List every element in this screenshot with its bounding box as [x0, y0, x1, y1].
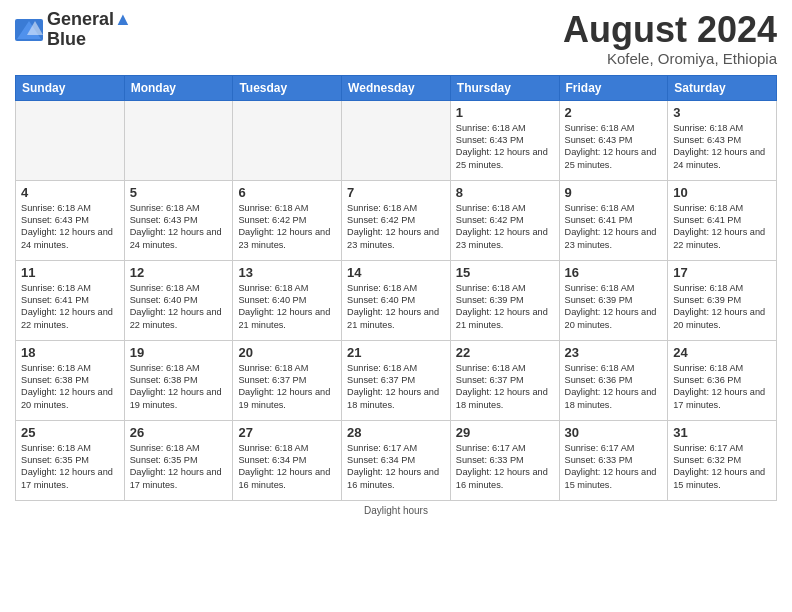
day-info: Sunrise: 6:18 AM Sunset: 6:34 PM Dayligh…	[238, 442, 336, 492]
weekday-header-cell: Wednesday	[342, 75, 451, 100]
day-info: Sunrise: 6:18 AM Sunset: 6:39 PM Dayligh…	[673, 282, 771, 332]
day-info: Sunrise: 6:18 AM Sunset: 6:43 PM Dayligh…	[21, 202, 119, 252]
weekday-header-cell: Tuesday	[233, 75, 342, 100]
calendar-cell: 28Sunrise: 6:17 AM Sunset: 6:34 PM Dayli…	[342, 420, 451, 500]
calendar-cell	[233, 100, 342, 180]
day-number: 1	[456, 105, 554, 120]
day-info: Sunrise: 6:17 AM Sunset: 6:33 PM Dayligh…	[456, 442, 554, 492]
day-number: 25	[21, 425, 119, 440]
day-number: 9	[565, 185, 663, 200]
calendar-cell	[124, 100, 233, 180]
week-row: 11Sunrise: 6:18 AM Sunset: 6:41 PM Dayli…	[16, 260, 777, 340]
day-info: Sunrise: 6:18 AM Sunset: 6:42 PM Dayligh…	[456, 202, 554, 252]
calendar-cell: 9Sunrise: 6:18 AM Sunset: 6:41 PM Daylig…	[559, 180, 668, 260]
calendar-cell: 31Sunrise: 6:17 AM Sunset: 6:32 PM Dayli…	[668, 420, 777, 500]
day-info: Sunrise: 6:17 AM Sunset: 6:34 PM Dayligh…	[347, 442, 445, 492]
day-number: 16	[565, 265, 663, 280]
calendar-cell: 22Sunrise: 6:18 AM Sunset: 6:37 PM Dayli…	[450, 340, 559, 420]
day-info: Sunrise: 6:18 AM Sunset: 6:38 PM Dayligh…	[130, 362, 228, 412]
day-info: Sunrise: 6:18 AM Sunset: 6:37 PM Dayligh…	[238, 362, 336, 412]
calendar-cell: 19Sunrise: 6:18 AM Sunset: 6:38 PM Dayli…	[124, 340, 233, 420]
day-info: Sunrise: 6:18 AM Sunset: 6:40 PM Dayligh…	[238, 282, 336, 332]
day-info: Sunrise: 6:18 AM Sunset: 6:40 PM Dayligh…	[130, 282, 228, 332]
calendar-cell: 5Sunrise: 6:18 AM Sunset: 6:43 PM Daylig…	[124, 180, 233, 260]
calendar-cell: 26Sunrise: 6:18 AM Sunset: 6:35 PM Dayli…	[124, 420, 233, 500]
calendar-cell: 10Sunrise: 6:18 AM Sunset: 6:41 PM Dayli…	[668, 180, 777, 260]
calendar-cell: 8Sunrise: 6:18 AM Sunset: 6:42 PM Daylig…	[450, 180, 559, 260]
day-number: 10	[673, 185, 771, 200]
calendar-cell: 13Sunrise: 6:18 AM Sunset: 6:40 PM Dayli…	[233, 260, 342, 340]
day-info: Sunrise: 6:18 AM Sunset: 6:35 PM Dayligh…	[130, 442, 228, 492]
footer: Daylight hours	[15, 505, 777, 516]
day-number: 18	[21, 345, 119, 360]
logo-text: General▲ Blue	[47, 10, 132, 50]
calendar-cell: 20Sunrise: 6:18 AM Sunset: 6:37 PM Dayli…	[233, 340, 342, 420]
calendar-cell: 2Sunrise: 6:18 AM Sunset: 6:43 PM Daylig…	[559, 100, 668, 180]
day-info: Sunrise: 6:17 AM Sunset: 6:33 PM Dayligh…	[565, 442, 663, 492]
week-row: 1Sunrise: 6:18 AM Sunset: 6:43 PM Daylig…	[16, 100, 777, 180]
weekday-header-cell: Thursday	[450, 75, 559, 100]
day-info: Sunrise: 6:18 AM Sunset: 6:41 PM Dayligh…	[565, 202, 663, 252]
day-info: Sunrise: 6:18 AM Sunset: 6:42 PM Dayligh…	[347, 202, 445, 252]
day-number: 17	[673, 265, 771, 280]
logo-line2: Blue	[47, 30, 132, 50]
weekday-header-cell: Friday	[559, 75, 668, 100]
logo-icon	[15, 19, 43, 41]
day-info: Sunrise: 6:18 AM Sunset: 6:40 PM Dayligh…	[347, 282, 445, 332]
logo-line1: General▲	[47, 10, 132, 30]
day-number: 29	[456, 425, 554, 440]
day-info: Sunrise: 6:18 AM Sunset: 6:41 PM Dayligh…	[673, 202, 771, 252]
calendar-cell: 23Sunrise: 6:18 AM Sunset: 6:36 PM Dayli…	[559, 340, 668, 420]
day-info: Sunrise: 6:18 AM Sunset: 6:43 PM Dayligh…	[673, 122, 771, 172]
day-number: 2	[565, 105, 663, 120]
day-number: 21	[347, 345, 445, 360]
calendar-cell: 18Sunrise: 6:18 AM Sunset: 6:38 PM Dayli…	[16, 340, 125, 420]
weekday-header-cell: Saturday	[668, 75, 777, 100]
day-number: 22	[456, 345, 554, 360]
day-number: 7	[347, 185, 445, 200]
calendar-cell: 7Sunrise: 6:18 AM Sunset: 6:42 PM Daylig…	[342, 180, 451, 260]
day-info: Sunrise: 6:18 AM Sunset: 6:39 PM Dayligh…	[565, 282, 663, 332]
daylight-label: Daylight hours	[364, 505, 428, 516]
calendar-cell: 3Sunrise: 6:18 AM Sunset: 6:43 PM Daylig…	[668, 100, 777, 180]
calendar-cell: 27Sunrise: 6:18 AM Sunset: 6:34 PM Dayli…	[233, 420, 342, 500]
title-block: August 2024 Kofele, Oromiya, Ethiopia	[563, 10, 777, 67]
calendar-cell: 29Sunrise: 6:17 AM Sunset: 6:33 PM Dayli…	[450, 420, 559, 500]
weekday-header-cell: Sunday	[16, 75, 125, 100]
day-number: 31	[673, 425, 771, 440]
day-info: Sunrise: 6:18 AM Sunset: 6:43 PM Dayligh…	[130, 202, 228, 252]
calendar-cell: 14Sunrise: 6:18 AM Sunset: 6:40 PM Dayli…	[342, 260, 451, 340]
day-number: 4	[21, 185, 119, 200]
calendar-table: SundayMondayTuesdayWednesdayThursdayFrid…	[15, 75, 777, 501]
month-title: August 2024	[563, 10, 777, 50]
day-info: Sunrise: 6:18 AM Sunset: 6:43 PM Dayligh…	[565, 122, 663, 172]
calendar-cell: 15Sunrise: 6:18 AM Sunset: 6:39 PM Dayli…	[450, 260, 559, 340]
calendar-cell: 16Sunrise: 6:18 AM Sunset: 6:39 PM Dayli…	[559, 260, 668, 340]
day-number: 14	[347, 265, 445, 280]
page: General▲ Blue August 2024 Kofele, Oromiy…	[0, 0, 792, 612]
day-info: Sunrise: 6:18 AM Sunset: 6:35 PM Dayligh…	[21, 442, 119, 492]
location: Kofele, Oromiya, Ethiopia	[563, 50, 777, 67]
header: General▲ Blue August 2024 Kofele, Oromiy…	[15, 10, 777, 67]
calendar-cell: 25Sunrise: 6:18 AM Sunset: 6:35 PM Dayli…	[16, 420, 125, 500]
day-number: 8	[456, 185, 554, 200]
day-info: Sunrise: 6:18 AM Sunset: 6:43 PM Dayligh…	[456, 122, 554, 172]
calendar-cell: 6Sunrise: 6:18 AM Sunset: 6:42 PM Daylig…	[233, 180, 342, 260]
day-number: 11	[21, 265, 119, 280]
day-info: Sunrise: 6:17 AM Sunset: 6:32 PM Dayligh…	[673, 442, 771, 492]
day-info: Sunrise: 6:18 AM Sunset: 6:39 PM Dayligh…	[456, 282, 554, 332]
calendar-cell: 11Sunrise: 6:18 AM Sunset: 6:41 PM Dayli…	[16, 260, 125, 340]
weekday-header-row: SundayMondayTuesdayWednesdayThursdayFrid…	[16, 75, 777, 100]
day-number: 12	[130, 265, 228, 280]
day-info: Sunrise: 6:18 AM Sunset: 6:41 PM Dayligh…	[21, 282, 119, 332]
day-info: Sunrise: 6:18 AM Sunset: 6:42 PM Dayligh…	[238, 202, 336, 252]
logo: General▲ Blue	[15, 10, 132, 50]
week-row: 4Sunrise: 6:18 AM Sunset: 6:43 PM Daylig…	[16, 180, 777, 260]
weekday-header-cell: Monday	[124, 75, 233, 100]
day-number: 3	[673, 105, 771, 120]
calendar-cell	[16, 100, 125, 180]
day-number: 5	[130, 185, 228, 200]
day-number: 6	[238, 185, 336, 200]
calendar-cell: 1Sunrise: 6:18 AM Sunset: 6:43 PM Daylig…	[450, 100, 559, 180]
calendar-cell: 17Sunrise: 6:18 AM Sunset: 6:39 PM Dayli…	[668, 260, 777, 340]
